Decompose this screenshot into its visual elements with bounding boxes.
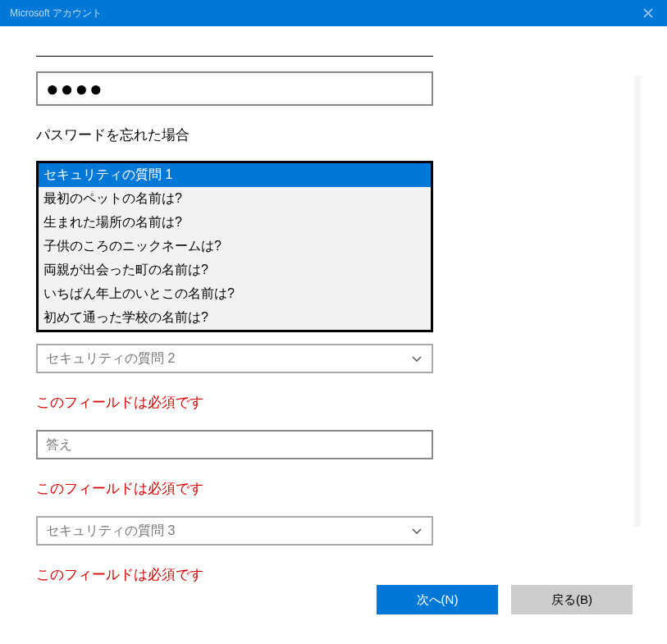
window: Microsoft アカウント ●●●● パスワードを忘れた場合 セキュリティの…	[0, 0, 667, 644]
window-title: Microsoft アカウント	[10, 7, 102, 21]
dropdown-option[interactable]: 両親が出会った町の名前は?	[39, 258, 431, 282]
titlebar: Microsoft アカウント	[0, 0, 667, 26]
close-button[interactable]	[629, 0, 667, 26]
dropdown-option[interactable]: いちばん年上のいとこの名前は?	[39, 282, 431, 306]
security-question-3-select[interactable]: セキュリティの質問 3	[36, 516, 433, 546]
select-placeholder: セキュリティの質問 2	[46, 350, 175, 368]
dropdown-option[interactable]: 生まれた場所の名前は?	[39, 211, 431, 235]
back-button[interactable]: 戻る(B)	[511, 585, 633, 614]
close-icon	[643, 8, 653, 18]
dropdown-option[interactable]: 最初のペットの名前は?	[39, 187, 431, 211]
dropdown-option[interactable]: 初めて通った学校の名前は?	[39, 306, 431, 330]
divider	[36, 56, 433, 57]
input-placeholder: 答え	[46, 436, 72, 454]
scrollbar[interactable]	[634, 75, 641, 527]
error-message: このフィールドは必須です	[36, 479, 433, 498]
dropdown-option-placeholder[interactable]: セキュリティの質問 1	[39, 163, 431, 187]
dropdown-option[interactable]: 子供のころのニックネームは?	[39, 235, 431, 258]
footer: 次へ(N) 戻る(B)	[0, 570, 667, 644]
error-message: このフィールドは必須です	[36, 393, 433, 412]
next-button[interactable]: 次へ(N)	[377, 585, 498, 614]
security-question-1-dropdown[interactable]: セキュリティの質問 1 最初のペットの名前は? 生まれた場所の名前は? 子供のこ…	[36, 161, 433, 332]
chevron-down-icon	[410, 352, 423, 365]
chevron-down-icon	[410, 524, 423, 537]
content-area: ●●●● パスワードを忘れた場合 セキュリティの質問 1 最初のペットの名前は?…	[0, 26, 667, 591]
security-question-2-select[interactable]: セキュリティの質問 2	[36, 344, 433, 373]
forgot-password-label: パスワードを忘れた場合	[36, 126, 433, 144]
password-field[interactable]: ●●●●	[36, 71, 433, 106]
password-masked: ●●●●	[46, 78, 104, 99]
select-placeholder: セキュリティの質問 3	[46, 523, 175, 540]
answer-input[interactable]: 答え	[36, 430, 433, 459]
